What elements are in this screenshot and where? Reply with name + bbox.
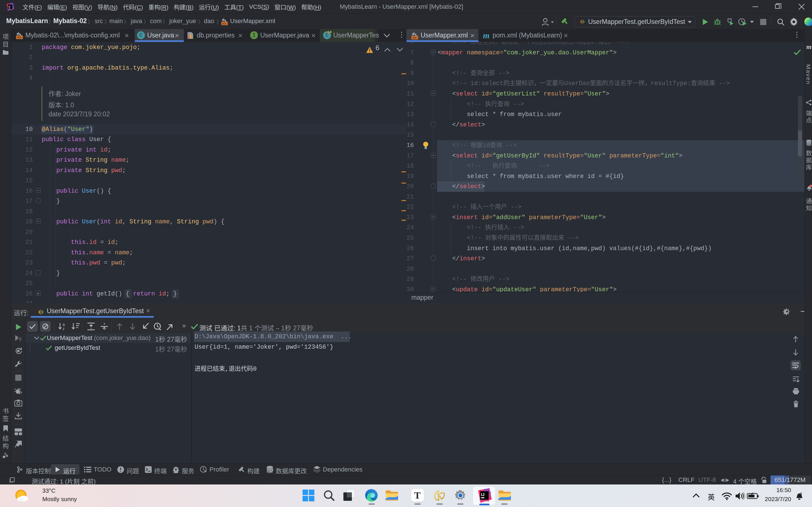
svg-text:z: z	[800, 491, 802, 496]
svg-text:9: 9	[19, 337, 21, 342]
svg-text:<>: <>	[412, 36, 416, 40]
svg-text:<>: <>	[17, 36, 21, 40]
svg-text:IJ: IJ	[8, 5, 10, 8]
svg-text:<>: <>	[222, 22, 226, 25]
svg-text:a: a	[63, 323, 65, 327]
svg-text:z: z	[63, 327, 64, 330]
svg-text:IJ: IJ	[481, 492, 485, 497]
